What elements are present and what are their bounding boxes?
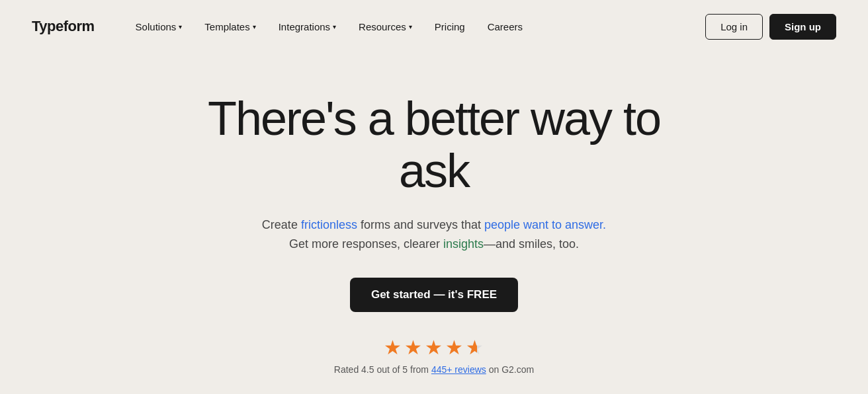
chevron-down-icon: ▾ — [409, 23, 412, 30]
highlight-frictionless: frictionless — [301, 218, 357, 231]
star-4: ★ — [445, 336, 463, 359]
cta-button[interactable]: Get started — it's FREE — [350, 278, 518, 312]
hero-section: There's a better way to ask Create frict… — [0, 53, 868, 394]
rating-reviews-link[interactable]: 445+ reviews — [431, 364, 486, 375]
rating-section: ★ ★ ★ ★ ★★ Rated 4.5 out of 5 from 445+ … — [334, 336, 534, 375]
nav-label-resources: Resources — [359, 21, 406, 32]
signup-button[interactable]: Sign up — [769, 14, 836, 40]
star-2: ★ — [404, 336, 422, 359]
nav-item-templates[interactable]: Templates ▾ — [195, 16, 265, 38]
star-rating: ★ ★ ★ ★ ★★ — [384, 336, 484, 359]
star-1: ★ — [384, 336, 402, 359]
nav-item-resources[interactable]: Resources ▾ — [349, 16, 421, 38]
star-3: ★ — [425, 336, 443, 359]
hero-title: There's a better way to ask — [169, 93, 699, 197]
hero-subtitle-line1: Create frictionless forms and surveys th… — [262, 218, 606, 231]
nav-label-templates: Templates — [204, 21, 249, 32]
brand-logo[interactable]: Typeform — [32, 18, 95, 35]
hero-subtitle: Create frictionless forms and surveys th… — [262, 216, 606, 254]
nav-item-solutions[interactable]: Solutions ▾ — [126, 16, 192, 38]
highlight-insights: insights — [443, 237, 484, 251]
rating-prefix: Rated 4.5 out of 5 from — [334, 364, 431, 375]
rating-suffix: on G2.com — [486, 364, 534, 375]
nav-links: Solutions ▾ Templates ▾ Integrations ▾ R… — [126, 16, 706, 38]
nav-item-careers[interactable]: Careers — [478, 16, 532, 38]
hero-subtitle-line2: Get more responses, clearer insights—and… — [289, 237, 579, 251]
highlight-people: people want to answer. — [484, 218, 606, 231]
navbar: Typeform Solutions ▾ Templates ▾ Integra… — [0, 0, 868, 53]
rating-text: Rated 4.5 out of 5 from 445+ reviews on … — [334, 364, 534, 375]
chevron-down-icon: ▾ — [333, 23, 336, 30]
nav-label-integrations: Integrations — [279, 21, 330, 32]
nav-item-pricing[interactable]: Pricing — [425, 16, 474, 38]
nav-label-pricing: Pricing — [435, 21, 465, 32]
chevron-down-icon: ▾ — [253, 23, 256, 30]
star-5-half: ★★ — [466, 336, 484, 359]
nav-label-solutions: Solutions — [136, 21, 177, 32]
nav-item-integrations[interactable]: Integrations ▾ — [269, 16, 345, 38]
nav-label-careers: Careers — [488, 21, 523, 32]
nav-actions: Log in Sign up — [705, 14, 836, 40]
chevron-down-icon: ▾ — [179, 23, 182, 30]
login-button[interactable]: Log in — [705, 14, 763, 40]
